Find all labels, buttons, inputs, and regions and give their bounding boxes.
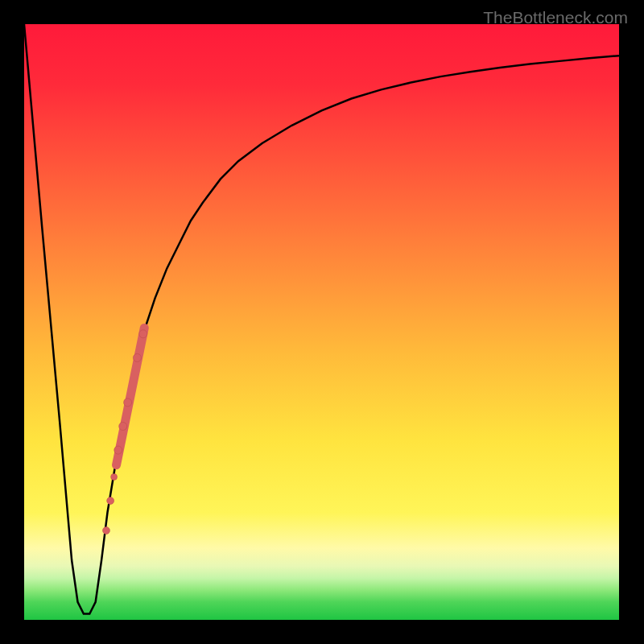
bottleneck-curve xyxy=(24,24,619,614)
data-marker xyxy=(133,353,141,361)
data-marker xyxy=(139,330,147,338)
data-marker xyxy=(107,497,114,505)
data-marker xyxy=(124,398,132,407)
data-marker xyxy=(102,527,109,535)
curve-and-markers xyxy=(24,24,619,620)
highlight-segment xyxy=(117,328,145,464)
plot-area xyxy=(24,24,619,620)
data-marker xyxy=(119,423,127,431)
watermark-text: TheBottleneck.com xyxy=(483,8,628,27)
data-marker xyxy=(114,446,122,454)
data-marker xyxy=(111,473,118,480)
chart-container: TheBottleneck.com xyxy=(6,6,638,638)
